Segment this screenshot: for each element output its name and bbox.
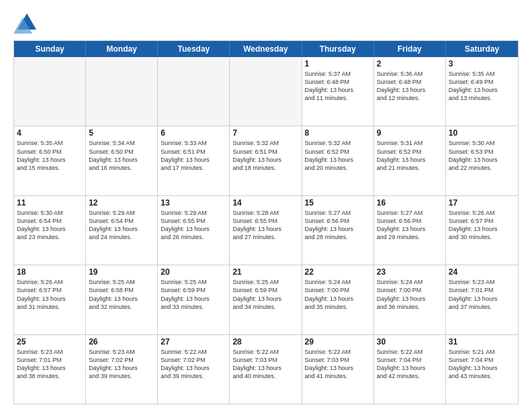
day-number: 13 — [161, 198, 226, 208]
cal-cell: 27Sunrise: 5:22 AM Sunset: 7:02 PM Dayli… — [158, 335, 230, 404]
day-number: 3 — [449, 59, 515, 68]
cal-cell: 12Sunrise: 5:29 AM Sunset: 6:54 PM Dayli… — [86, 196, 158, 265]
calendar-row-0: 1Sunrise: 5:37 AM Sunset: 6:48 PM Daylig… — [14, 57, 518, 126]
cell-info: Sunrise: 5:24 AM Sunset: 7:00 PM Dayligh… — [305, 278, 371, 311]
logo — [13, 11, 40, 35]
day-number: 15 — [305, 198, 371, 208]
calendar: SundayMondayTuesdayWednesdayThursdayFrid… — [13, 40, 519, 404]
cal-cell — [158, 57, 230, 126]
cell-info: Sunrise: 5:34 AM Sunset: 6:50 PM Dayligh… — [89, 139, 154, 172]
cell-info: Sunrise: 5:33 AM Sunset: 6:51 PM Dayligh… — [161, 139, 226, 172]
header-day-wednesday: Wednesday — [230, 41, 302, 57]
day-number: 4 — [17, 128, 83, 138]
calendar-row-2: 11Sunrise: 5:30 AM Sunset: 6:54 PM Dayli… — [14, 195, 518, 265]
day-number: 1 — [305, 59, 371, 68]
day-number: 20 — [161, 267, 226, 277]
day-number: 10 — [449, 128, 515, 138]
calendar-row-4: 25Sunrise: 5:23 AM Sunset: 7:01 PM Dayli… — [14, 334, 518, 404]
cal-cell: 21Sunrise: 5:25 AM Sunset: 6:59 PM Dayli… — [230, 265, 302, 334]
cal-cell: 15Sunrise: 5:27 AM Sunset: 6:56 PM Dayli… — [302, 196, 374, 265]
cal-cell: 24Sunrise: 5:23 AM Sunset: 7:01 PM Dayli… — [446, 265, 518, 334]
cell-info: Sunrise: 5:32 AM Sunset: 6:52 PM Dayligh… — [305, 139, 371, 172]
cell-info: Sunrise: 5:31 AM Sunset: 6:52 PM Dayligh… — [377, 139, 443, 172]
calendar-body: 1Sunrise: 5:37 AM Sunset: 6:48 PM Daylig… — [14, 57, 518, 404]
cal-cell: 14Sunrise: 5:28 AM Sunset: 6:55 PM Dayli… — [230, 196, 302, 265]
calendar-row-1: 4Sunrise: 5:35 AM Sunset: 6:50 PM Daylig… — [14, 126, 518, 195]
day-number: 14 — [232, 198, 298, 208]
cell-info: Sunrise: 5:22 AM Sunset: 7:02 PM Dayligh… — [161, 348, 226, 381]
day-number: 8 — [305, 128, 371, 138]
cal-cell: 8Sunrise: 5:32 AM Sunset: 6:52 PM Daylig… — [302, 126, 374, 195]
day-number: 11 — [17, 198, 83, 208]
day-number: 12 — [89, 198, 154, 208]
day-number: 18 — [17, 267, 83, 277]
cell-info: Sunrise: 5:23 AM Sunset: 7:01 PM Dayligh… — [449, 278, 515, 311]
cell-info: Sunrise: 5:35 AM Sunset: 6:50 PM Dayligh… — [17, 139, 83, 172]
cal-cell: 9Sunrise: 5:31 AM Sunset: 6:52 PM Daylig… — [374, 126, 446, 195]
calendar-header: SundayMondayTuesdayWednesdayThursdayFrid… — [14, 41, 518, 57]
cal-cell: 26Sunrise: 5:23 AM Sunset: 7:02 PM Dayli… — [86, 335, 158, 404]
cell-info: Sunrise: 5:22 AM Sunset: 7:03 PM Dayligh… — [232, 348, 298, 381]
day-number: 21 — [232, 267, 298, 277]
header-day-sunday: Sunday — [14, 41, 86, 57]
day-number: 19 — [89, 267, 154, 277]
day-number: 31 — [449, 337, 515, 347]
cal-cell: 4Sunrise: 5:35 AM Sunset: 6:50 PM Daylig… — [14, 126, 86, 195]
header-day-friday: Friday — [374, 41, 446, 57]
logo-icon — [13, 11, 38, 35]
day-number: 5 — [89, 128, 154, 138]
cal-cell: 7Sunrise: 5:32 AM Sunset: 6:51 PM Daylig… — [230, 126, 302, 195]
cal-cell: 25Sunrise: 5:23 AM Sunset: 7:01 PM Dayli… — [14, 335, 86, 404]
day-number: 27 — [161, 337, 226, 347]
cal-cell: 1Sunrise: 5:37 AM Sunset: 6:48 PM Daylig… — [302, 57, 374, 126]
cal-cell — [14, 57, 86, 126]
cal-cell: 22Sunrise: 5:24 AM Sunset: 7:00 PM Dayli… — [302, 265, 374, 334]
cal-cell: 23Sunrise: 5:24 AM Sunset: 7:00 PM Dayli… — [374, 265, 446, 334]
cell-info: Sunrise: 5:25 AM Sunset: 6:58 PM Dayligh… — [89, 278, 154, 311]
cell-info: Sunrise: 5:28 AM Sunset: 6:55 PM Dayligh… — [232, 209, 298, 242]
day-number: 25 — [17, 337, 83, 347]
cal-cell: 6Sunrise: 5:33 AM Sunset: 6:51 PM Daylig… — [158, 126, 230, 195]
header-day-monday: Monday — [86, 41, 158, 57]
page: SundayMondayTuesdayWednesdayThursdayFrid… — [0, 0, 532, 411]
cell-info: Sunrise: 5:21 AM Sunset: 7:04 PM Dayligh… — [449, 348, 515, 381]
day-number: 16 — [377, 198, 443, 208]
day-number: 29 — [305, 337, 371, 347]
day-number: 26 — [89, 337, 154, 347]
cell-info: Sunrise: 5:36 AM Sunset: 6:48 PM Dayligh… — [377, 70, 443, 103]
cell-info: Sunrise: 5:22 AM Sunset: 7:03 PM Dayligh… — [305, 348, 371, 381]
cell-info: Sunrise: 5:32 AM Sunset: 6:51 PM Dayligh… — [232, 139, 298, 172]
cell-info: Sunrise: 5:25 AM Sunset: 6:59 PM Dayligh… — [161, 278, 226, 311]
calendar-row-3: 18Sunrise: 5:26 AM Sunset: 6:57 PM Dayli… — [14, 265, 518, 334]
cal-cell: 13Sunrise: 5:29 AM Sunset: 6:55 PM Dayli… — [158, 196, 230, 265]
cell-info: Sunrise: 5:23 AM Sunset: 7:02 PM Dayligh… — [89, 348, 154, 381]
cal-cell — [230, 57, 302, 126]
cal-cell: 10Sunrise: 5:30 AM Sunset: 6:53 PM Dayli… — [446, 126, 518, 195]
day-number: 7 — [232, 128, 298, 138]
cal-cell: 29Sunrise: 5:22 AM Sunset: 7:03 PM Dayli… — [302, 335, 374, 404]
cell-info: Sunrise: 5:30 AM Sunset: 6:54 PM Dayligh… — [17, 209, 83, 242]
cell-info: Sunrise: 5:24 AM Sunset: 7:00 PM Dayligh… — [377, 278, 443, 311]
cal-cell: 17Sunrise: 5:26 AM Sunset: 6:57 PM Dayli… — [446, 196, 518, 265]
header-day-thursday: Thursday — [302, 41, 374, 57]
header-day-saturday: Saturday — [446, 41, 518, 57]
cell-info: Sunrise: 5:26 AM Sunset: 6:57 PM Dayligh… — [449, 209, 515, 242]
cell-info: Sunrise: 5:22 AM Sunset: 7:04 PM Dayligh… — [377, 348, 443, 381]
cal-cell: 3Sunrise: 5:35 AM Sunset: 6:49 PM Daylig… — [446, 57, 518, 126]
cal-cell: 18Sunrise: 5:26 AM Sunset: 6:57 PM Dayli… — [14, 265, 86, 334]
cell-info: Sunrise: 5:27 AM Sunset: 6:56 PM Dayligh… — [305, 209, 371, 242]
day-number: 17 — [449, 198, 515, 208]
cell-info: Sunrise: 5:29 AM Sunset: 6:54 PM Dayligh… — [89, 209, 154, 242]
day-number: 6 — [161, 128, 226, 138]
cell-info: Sunrise: 5:25 AM Sunset: 6:59 PM Dayligh… — [232, 278, 298, 311]
cal-cell: 11Sunrise: 5:30 AM Sunset: 6:54 PM Dayli… — [14, 196, 86, 265]
cal-cell: 16Sunrise: 5:27 AM Sunset: 6:56 PM Dayli… — [374, 196, 446, 265]
cal-cell: 20Sunrise: 5:25 AM Sunset: 6:59 PM Dayli… — [158, 265, 230, 334]
day-number: 9 — [377, 128, 443, 138]
cal-cell: 31Sunrise: 5:21 AM Sunset: 7:04 PM Dayli… — [446, 335, 518, 404]
day-number: 28 — [232, 337, 298, 347]
cell-info: Sunrise: 5:29 AM Sunset: 6:55 PM Dayligh… — [161, 209, 226, 242]
day-number: 24 — [449, 267, 515, 277]
cell-info: Sunrise: 5:27 AM Sunset: 6:56 PM Dayligh… — [377, 209, 443, 242]
cal-cell: 30Sunrise: 5:22 AM Sunset: 7:04 PM Dayli… — [374, 335, 446, 404]
